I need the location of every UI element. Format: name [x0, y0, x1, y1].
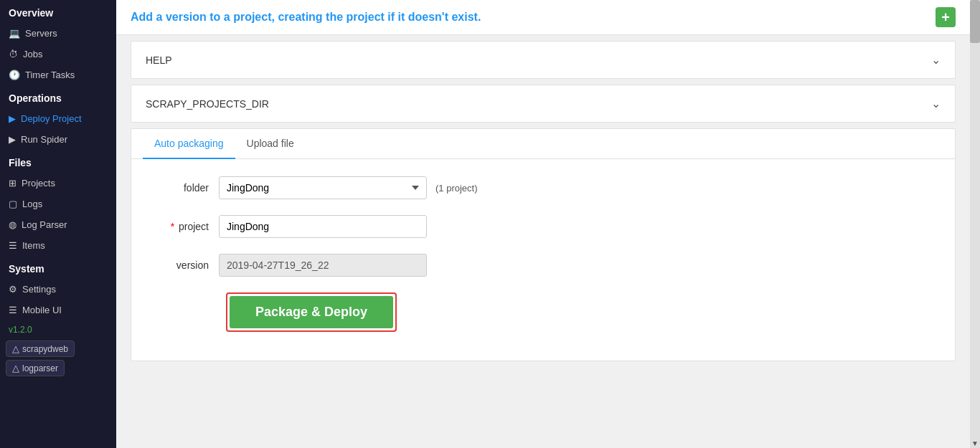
tab-upload-file[interactable]: Upload file: [235, 129, 306, 159]
add-button[interactable]: +: [936, 7, 956, 27]
deploy-project-icon: ▶: [9, 113, 16, 124]
deploy-button-wrapper: Package & Deploy: [154, 292, 932, 343]
tab-area: Auto packaging Upload file folder JingDo…: [131, 128, 956, 361]
deploy-button-outline: Package & Deploy: [226, 292, 397, 332]
folder-hint: (1 project): [435, 183, 478, 194]
page-title: Add a version to a project, creating the…: [131, 11, 481, 24]
help-section: HELP ⌄: [131, 41, 956, 79]
sidebar-section-files: Files ⊞ Projects ▢ Logs ◍ Log Parser ☰ I…: [0, 150, 116, 256]
items-icon: ☰: [9, 240, 17, 251]
run-spider-icon: ▶: [9, 134, 16, 145]
project-label: * project: [154, 221, 219, 232]
logs-icon: ▢: [9, 199, 17, 209]
files-title: Files: [0, 150, 116, 173]
operations-title: Operations: [0, 85, 116, 108]
sidebar-item-deploy-project[interactable]: ▶ Deploy Project: [0, 108, 116, 129]
sidebar-item-timer-tasks[interactable]: 🕐 Timer Tasks: [0, 65, 116, 85]
page-header: Add a version to a project, creating the…: [116, 0, 970, 35]
sidebar-section-operations: Operations ▶ Deploy Project ▶ Run Spider: [0, 85, 116, 150]
scrapydweb-badge[interactable]: △ scrapydweb: [6, 340, 75, 357]
package-deploy-button[interactable]: Package & Deploy: [230, 296, 393, 328]
system-title: System: [0, 256, 116, 279]
sidebar-item-run-spider[interactable]: ▶ Run Spider: [0, 129, 116, 150]
folder-label: folder: [154, 182, 219, 194]
version-label: v1.2.0: [0, 320, 116, 339]
sidebar-item-settings[interactable]: ⚙ Settings: [0, 279, 116, 300]
project-input[interactable]: [219, 215, 427, 238]
version-label: version: [154, 259, 219, 271]
scrapy-section: SCRAPY_PROJECTS_DIR ⌄: [131, 85, 956, 123]
github-icon-scrapydweb: △: [12, 343, 19, 354]
scroll-down-arrow[interactable]: ▼: [970, 438, 980, 448]
required-indicator: *: [171, 221, 174, 232]
sidebar-item-items[interactable]: ☰ Items: [0, 235, 116, 256]
sidebar-item-mobile-ui[interactable]: ☰ Mobile UI: [0, 300, 116, 320]
scrollbar-thumb[interactable]: [970, 0, 980, 43]
form-area: folder JingDong (1 project) * project: [131, 159, 955, 361]
jobs-icon: ⏱: [9, 49, 18, 59]
version-row: version: [154, 254, 932, 277]
sidebar-section-system: System ⚙ Settings ☰ Mobile UI: [0, 256, 116, 320]
main-content: Add a version to a project, creating the…: [116, 0, 980, 448]
logparser-badge[interactable]: △ logparser: [6, 360, 65, 376]
help-chevron-icon: ⌄: [931, 53, 941, 67]
sidebar-item-projects[interactable]: ⊞ Projects: [0, 173, 116, 194]
timer-tasks-icon: 🕐: [9, 70, 20, 80]
sidebar-item-logs[interactable]: ▢ Logs: [0, 194, 116, 214]
sidebar: Overview 💻 Servers ⏱ Jobs 🕐 Timer Tasks …: [0, 0, 116, 448]
scrapy-label: SCRAPY_PROJECTS_DIR: [146, 98, 269, 110]
folder-row: folder JingDong (1 project): [154, 176, 932, 199]
settings-icon: ⚙: [9, 284, 17, 295]
scrapy-header[interactable]: SCRAPY_PROJECTS_DIR ⌄: [131, 85, 955, 122]
sidebar-item-jobs[interactable]: ⏱ Jobs: [0, 44, 116, 65]
projects-icon: ⊞: [9, 178, 17, 189]
help-label: HELP: [146, 54, 172, 66]
sidebar-section-overview: Overview 💻 Servers ⏱ Jobs 🕐 Timer Tasks: [0, 0, 116, 85]
help-header[interactable]: HELP ⌄: [131, 42, 955, 78]
scrapy-chevron-icon: ⌄: [931, 97, 941, 110]
folder-select[interactable]: JingDong: [219, 176, 427, 199]
scrollbar-track[interactable]: ▼: [970, 0, 980, 448]
log-parser-icon: ◍: [9, 219, 17, 230]
overview-title: Overview: [0, 0, 116, 23]
mobile-ui-icon: ☰: [9, 305, 17, 315]
tabs-bar: Auto packaging Upload file: [131, 129, 955, 159]
github-icon-logparser: △: [12, 363, 19, 373]
tab-auto-packaging[interactable]: Auto packaging: [143, 129, 235, 159]
sidebar-item-log-parser[interactable]: ◍ Log Parser: [0, 214, 116, 235]
version-input: [219, 254, 427, 277]
servers-icon: 💻: [9, 28, 20, 39]
project-row: * project: [154, 215, 932, 238]
sidebar-item-servers[interactable]: 💻 Servers: [0, 23, 116, 44]
